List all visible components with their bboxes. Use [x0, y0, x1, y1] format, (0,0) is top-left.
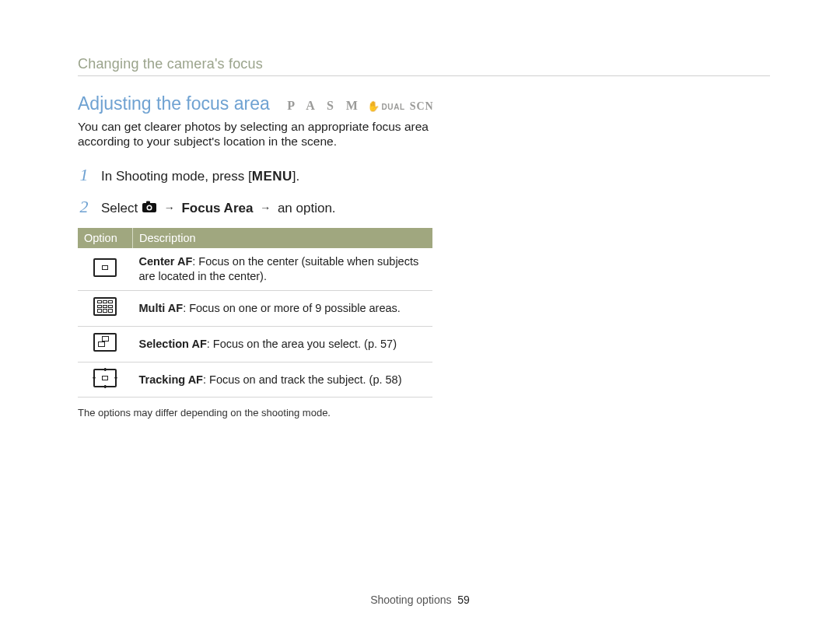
step-1: 1 In Shooting mode, press [MENU].	[78, 163, 482, 187]
option-icon-cell	[78, 362, 133, 398]
table-row: Selection AF: Focus on the area you sele…	[78, 326, 432, 362]
section-title: Adjusting the focus area	[78, 93, 270, 114]
tracking-af-icon	[93, 369, 117, 387]
table-row: Tracking AF: Focus on and track the subj…	[78, 362, 432, 398]
arrow-icon: →	[257, 201, 274, 215]
footer-section-label: Shooting options	[370, 594, 451, 606]
multi-af-icon	[93, 297, 117, 316]
hand-icon: ✋	[367, 100, 380, 112]
table-head-option: Option	[78, 228, 133, 248]
table-row: Center AF: Focus on the center (suitable…	[78, 248, 432, 290]
svg-point-3	[148, 206, 151, 209]
option-icon-cell	[78, 248, 133, 290]
mode-letters: P A S M	[287, 99, 362, 113]
options-table: Option Description Center AF: Focus on t…	[78, 228, 432, 398]
steps-list: 1 In Shooting mode, press [MENU]. 2 Sele…	[78, 163, 482, 219]
step-body: In Shooting mode, press [MENU].	[101, 168, 482, 186]
table-row: Multi AF: Focus on one or more of 9 poss…	[78, 290, 432, 326]
breadcrumb: Changing the camera's focus	[78, 56, 770, 72]
section-intro-text: You can get clearer photos by selecting …	[78, 119, 443, 149]
page-footer: Shooting options 59	[0, 594, 840, 606]
option-description: Center AF: Focus on the center (suitable…	[133, 248, 433, 290]
option-icon-cell	[78, 290, 133, 326]
step-body: Select → Focus Area → an option.	[101, 200, 482, 218]
focus-area-label: Focus Area	[181, 201, 253, 215]
footnote-text: The options may differ depending on the …	[78, 407, 436, 419]
step-number: 2	[78, 195, 90, 219]
arrow-icon: →	[161, 201, 178, 215]
section-header: Adjusting the focus area P A S M ✋DUAL S…	[78, 93, 770, 114]
mode-indicator-row: P A S M ✋DUAL SCN	[287, 99, 434, 113]
mode-dual: ✋DUAL	[367, 100, 405, 112]
selection-af-icon	[93, 333, 117, 352]
center-af-icon	[93, 258, 117, 277]
menu-key-label: MENU	[252, 169, 292, 184]
step-number: 1	[78, 163, 90, 187]
mode-scn: SCN	[410, 100, 434, 113]
svg-rect-1	[146, 201, 150, 204]
table-head-description: Description	[133, 228, 433, 248]
step-2: 2 Select → Focus Area → an option.	[78, 195, 482, 219]
manual-page: Changing the camera's focus Adjusting th…	[0, 0, 840, 634]
option-description: Tracking AF: Focus on and track the subj…	[133, 362, 433, 398]
option-description: Selection AF: Focus on the area you sele…	[133, 326, 433, 362]
option-description: Multi AF: Focus on one or more of 9 poss…	[133, 290, 433, 326]
divider	[78, 75, 770, 76]
page-number: 59	[457, 594, 470, 606]
option-icon-cell	[78, 326, 133, 362]
camera-icon	[142, 201, 157, 213]
